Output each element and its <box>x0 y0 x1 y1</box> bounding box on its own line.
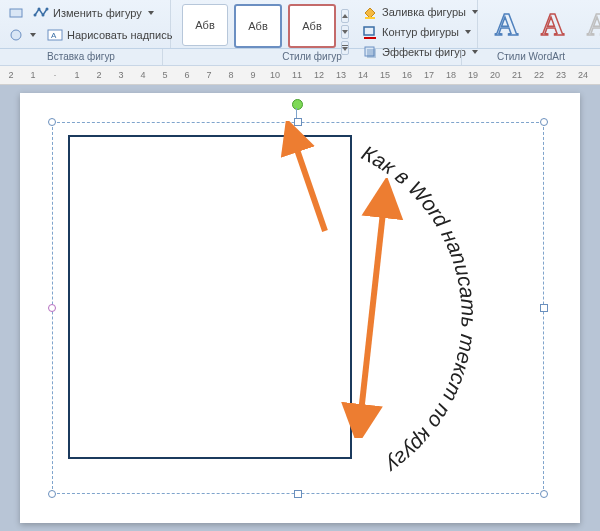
wordart-style-3[interactable]: A <box>582 4 600 44</box>
adjustment-handle[interactable] <box>48 304 56 312</box>
annotation-arrow-double <box>330 178 430 438</box>
rotation-handle[interactable] <box>292 99 303 110</box>
quick-style-text: Абв <box>248 20 267 32</box>
ribbon-group-labels: Вставка фигур Стили фигур Стили WordArt <box>0 49 600 66</box>
resize-handle-s[interactable] <box>294 490 302 498</box>
group-label-wordart-styles: Стили WordArt <box>462 49 600 65</box>
chevron-down-icon[interactable] <box>30 33 36 37</box>
page[interactable]: Как в Word написать текст по кругу <box>20 93 580 523</box>
chevron-down-icon <box>465 30 471 34</box>
textbox-icon: A <box>47 27 63 43</box>
ruler-track: 21·1234567891011121314151617181920212223… <box>0 70 600 82</box>
svg-line-18 <box>360 194 385 422</box>
paint-bucket-icon <box>362 4 378 20</box>
edit-shape-label: Изменить фигуру <box>53 7 142 19</box>
draw-textbox-button[interactable]: A Нарисовать надпись <box>42 25 177 45</box>
document-scroll-area[interactable]: Как в Word написать текст по кругу <box>0 85 600 531</box>
svg-text:A: A <box>541 6 564 42</box>
resize-handle-ne[interactable] <box>540 118 548 126</box>
resize-handle-nw[interactable] <box>48 118 56 126</box>
ribbon: Изменить фигуру A Нарисовать надпись Абв… <box>0 0 600 49</box>
resize-handle-se[interactable] <box>540 490 548 498</box>
resize-handle-sw[interactable] <box>48 490 56 498</box>
svg-point-4 <box>46 8 49 11</box>
svg-line-17 <box>292 135 325 231</box>
svg-rect-8 <box>365 17 375 19</box>
quick-style-text: Абв <box>195 19 214 31</box>
shape-shortcut-icon-1[interactable] <box>8 5 24 21</box>
quick-style-text: Абв <box>302 20 321 32</box>
wordart-style-2[interactable]: A <box>536 4 574 44</box>
group-wordart-styles: A A A <box>478 0 600 48</box>
svg-point-5 <box>11 30 21 40</box>
edit-shape-icon <box>33 5 49 21</box>
pen-outline-icon <box>362 24 378 40</box>
quick-style-1[interactable]: Абв <box>182 4 228 46</box>
svg-point-3 <box>42 14 45 17</box>
horizontal-ruler[interactable]: 21·1234567891011121314151617181920212223… <box>0 66 600 85</box>
svg-text:A: A <box>51 31 57 40</box>
group-label-shape-styles: Стили фигур <box>163 49 462 65</box>
quick-style-3[interactable]: Абв <box>288 4 336 48</box>
quick-style-2[interactable]: Абв <box>234 4 282 48</box>
svg-rect-0 <box>10 9 22 17</box>
edit-shape-button[interactable]: Изменить фигуру <box>28 3 159 23</box>
svg-point-1 <box>34 14 37 17</box>
draw-textbox-label: Нарисовать надпись <box>67 29 172 41</box>
shape-outline-button[interactable]: Контур фигуры <box>357 22 483 42</box>
svg-rect-9 <box>364 27 374 35</box>
svg-rect-10 <box>364 37 376 39</box>
shape-outline-label: Контур фигуры <box>382 26 459 38</box>
group-insert-shapes: Изменить фигуру A Нарисовать надпись <box>0 0 171 48</box>
group-label-insert: Вставка фигур <box>0 49 163 65</box>
shape-fill-button[interactable]: Заливка фигуры <box>357 2 483 22</box>
group-shape-styles: Абв Абв Абв Заливка фигуры <box>171 0 478 48</box>
svg-point-2 <box>38 8 41 11</box>
chevron-down-icon <box>148 11 154 15</box>
wordart-style-1[interactable]: A <box>490 4 528 44</box>
svg-text:A: A <box>587 6 600 42</box>
shape-fill-label: Заливка фигуры <box>382 6 466 18</box>
svg-text:A: A <box>495 6 518 42</box>
shape-shortcut-icon-2[interactable] <box>8 27 24 43</box>
